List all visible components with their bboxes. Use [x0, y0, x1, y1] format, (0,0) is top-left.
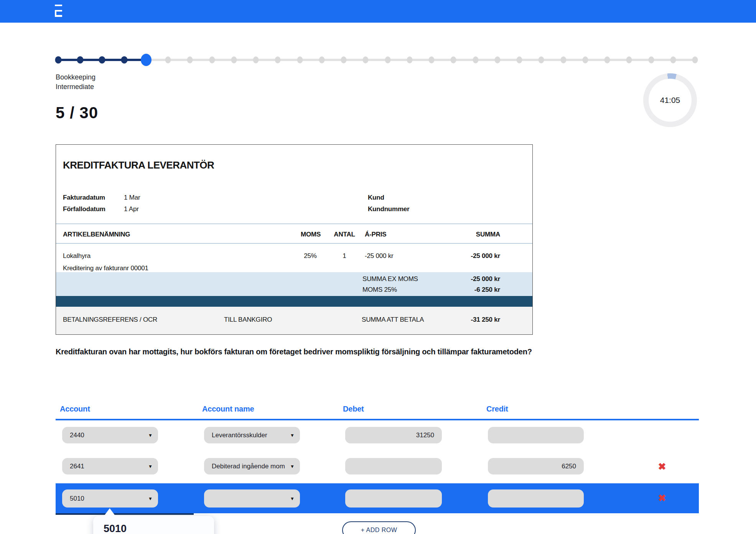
footer-total-value: -31 250 kr [471, 316, 500, 324]
chevron-down-icon: ▼ [148, 464, 153, 469]
dropdown-pointer [104, 508, 115, 516]
stepper-dot-23 [539, 56, 544, 63]
answer-row-1: 2440 ▼ Leverantörsskulder ▼ 31250 [56, 427, 699, 444]
summary-moms-label: MOMS 25% [362, 286, 397, 294]
app-logo-icon[interactable] [55, 5, 62, 17]
stepper-dot-27 [626, 56, 632, 63]
header-credit: Credit [486, 405, 508, 413]
invoice-summary-block [56, 272, 532, 296]
stepper-dot-22 [517, 56, 522, 63]
stepper-dot-3 [99, 56, 105, 64]
invoice-customer-label: Kund [368, 194, 384, 202]
credit-input[interactable]: 6250 [488, 458, 584, 474]
account-name-select-value: Debiterad ingående mom [212, 463, 285, 470]
account-name-select[interactable]: ▼ [204, 489, 300, 508]
invoice-card: KREDITFAKTURA LEVERANTÖR Fakturadatum 1 … [56, 144, 533, 335]
footer-total-label: SUMMA ATT BETALA [362, 316, 424, 324]
account-name-select[interactable]: Leverantörsskulder ▼ [204, 427, 300, 443]
item-artikel: Lokalhyra [63, 252, 91, 260]
col-summa: SUMMA [476, 231, 500, 238]
header-debet: Debet [343, 405, 364, 413]
stepper-dot-25 [582, 56, 588, 63]
stepper-dot-2 [77, 56, 84, 64]
credit-input[interactable] [488, 489, 584, 508]
stepper-dot-7 [187, 56, 193, 63]
col-antal: ANTAL [333, 231, 356, 238]
stepper-dot-11 [275, 56, 281, 63]
invoice-date-value: 1 Mar [124, 194, 140, 202]
top-app-bar [0, 0, 756, 23]
timer-ring: 41:05 [643, 73, 697, 127]
header-account-name: Account name [202, 405, 254, 413]
invoice-separator2 [56, 243, 532, 244]
stepper-dot-21 [494, 56, 500, 63]
dropdown-option-5010[interactable]: 5010 [104, 523, 127, 534]
chevron-down-icon: ▼ [148, 433, 153, 438]
invoice-customer-number-label: Kundnummer [368, 205, 410, 213]
logo-bracket [55, 10, 62, 17]
account-select-value: 5010 [70, 495, 84, 503]
debet-input-value: 31250 [416, 431, 434, 439]
stepper-dot-16 [385, 56, 390, 63]
invoice-due-label: Förfallodatum [63, 205, 105, 213]
item-note: Kreditering av fakturanr 00001 [63, 265, 148, 272]
account-select-value: 2641 [70, 463, 84, 470]
stepper-dot-9 [231, 56, 237, 63]
timer-value: 41:05 [660, 96, 680, 105]
stepper-dot-30 [692, 56, 698, 63]
invoice-date-label: Fakturadatum [63, 194, 105, 202]
invoice-separator [56, 223, 532, 224]
summary-exmoms-value: -25 000 kr [471, 275, 500, 283]
credit-input-value: 6250 [562, 463, 576, 470]
question-counter: 5 / 30 [56, 104, 98, 122]
stepper-dot-10 [253, 56, 259, 63]
stepper-dot-29 [670, 56, 676, 63]
summary-exmoms-label: SUMMA EX MOMS [362, 275, 418, 283]
chevron-down-icon: ▼ [148, 496, 153, 501]
invoice-dark-band [56, 296, 532, 307]
footer-ocr-label: BETALNINGSREFERENS / OCR [63, 316, 157, 324]
timer-inner: 41:05 [649, 79, 692, 122]
account-name-select[interactable]: Debiterad ingående mom ▼ [204, 458, 300, 474]
chevron-down-icon: ▼ [290, 464, 295, 469]
item-antal: 1 [333, 252, 356, 260]
active-column-underline [56, 513, 194, 515]
logo-dash [55, 5, 62, 6]
quiz-page: Bookkeeping Intermediate 5 / 30 41:05 KR… [0, 0, 756, 534]
account-select-value: 2440 [70, 431, 84, 439]
course-level: Intermediate [56, 82, 96, 92]
account-dropdown-panel: 5010 [93, 516, 214, 534]
stepper-dot-1 [55, 56, 62, 64]
account-select-open[interactable]: 5010 ▼ [62, 489, 158, 508]
item-summa: -25 000 kr [471, 252, 500, 260]
question-text: Kreditfakturan ovan har mottagits, hur b… [56, 347, 631, 356]
course-name: Bookkeeping [56, 73, 96, 82]
course-label: Bookkeeping Intermediate [56, 73, 96, 92]
summary-moms-value: -6 250 kr [474, 286, 500, 294]
account-name-select-value: Leverantörsskulder [212, 431, 267, 439]
debet-input[interactable] [345, 458, 442, 474]
credit-input[interactable] [488, 427, 584, 443]
stepper-dot-6 [165, 56, 171, 63]
footer-bankgiro-label: TILL BANKGIRO [224, 316, 272, 324]
item-moms: 25% [301, 252, 320, 260]
answer-table-headers: Account Account name Debet Credit [56, 405, 699, 415]
debet-input[interactable]: 31250 [345, 427, 442, 443]
account-select[interactable]: 2440 ▼ [62, 427, 158, 443]
add-row-button[interactable]: + ADD ROW [342, 521, 416, 534]
item-apris: -25 000 kr [365, 252, 394, 260]
header-account: Account [60, 405, 90, 413]
answer-row-2: 2641 ▼ Debiterad ingående mom ▼ 6250 ✖ [56, 458, 699, 475]
chevron-down-icon: ▼ [290, 433, 295, 438]
stepper-dot-18 [429, 56, 435, 63]
debet-input[interactable] [345, 489, 442, 508]
col-artikel: ARTIKELBENÄMNING [63, 231, 130, 238]
account-select[interactable]: 2641 ▼ [62, 458, 158, 474]
stepper-dot-19 [451, 56, 456, 63]
stepper-dot-15 [363, 56, 369, 63]
remove-row-icon[interactable]: ✖ [654, 493, 670, 504]
remove-row-icon[interactable]: ✖ [654, 461, 670, 472]
stepper-dot-17 [407, 56, 412, 63]
answer-row-3-selected: 5010 ▼ ▼ ✖ [56, 483, 699, 513]
stepper-dot-26 [604, 56, 610, 63]
